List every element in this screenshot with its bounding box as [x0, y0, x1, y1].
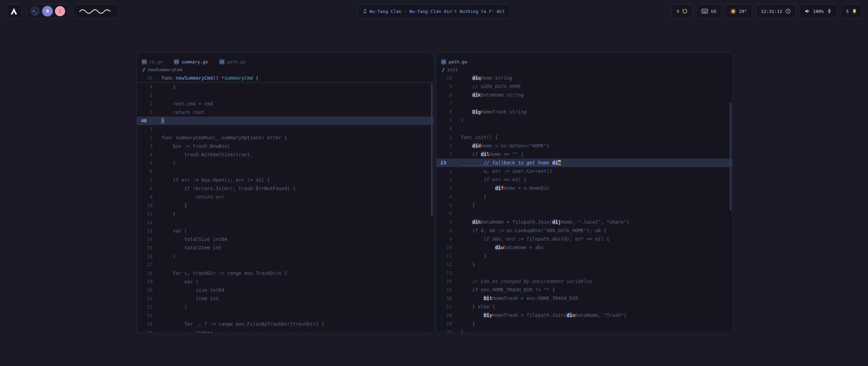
- code-line[interactable]: 6: [137, 167, 434, 176]
- code-line[interactable]: 5 ): [137, 159, 434, 167]
- launcher-button[interactable]: [6, 4, 22, 18]
- weather-widget[interactable]: 29°: [725, 4, 752, 18]
- code-line[interactable]: 4 }: [137, 83, 434, 91]
- line-text: }: [461, 201, 475, 209]
- code-line[interactable]: 3 difHome = u.HomeDir: [436, 184, 732, 192]
- window-title-pill[interactable]: [73, 4, 119, 18]
- code-line[interactable]: 1 return root: [137, 108, 434, 117]
- code-line[interactable]: 10 diqHome string: [436, 74, 732, 82]
- code-line[interactable]: 21 item int: [137, 294, 434, 303]
- keyboard-layout-widget[interactable]: US: [696, 4, 722, 18]
- line-number: 2: [137, 100, 153, 108]
- code-line[interactable]: 13: [436, 269, 732, 277]
- code-line[interactable]: 11 }: [436, 252, 732, 260]
- neovim-icon: N: [46, 9, 48, 14]
- code-line[interactable]: 16 DitHomeTrash = env.HOME_TRASH_DIR: [436, 294, 732, 303]
- code-line[interactable]: 3: [137, 91, 434, 100]
- code-line[interactable]: 8 if !errors.Is(err, trash.ErrNotFound) …: [137, 184, 434, 193]
- code-line[interactable]: 15 if env.HOME_TRASH_DIR != "" {: [436, 286, 732, 294]
- code-line[interactable]: 15 totalItem int: [137, 244, 434, 252]
- code-line[interactable]: 4 trash.WithGetSize(true),: [137, 150, 434, 159]
- code-line[interactable]: 14 // Can be changed by environment vari…: [436, 277, 732, 286]
- line-text: totalSize int64: [161, 235, 227, 244]
- code-line[interactable]: 8 dikDataHome string: [436, 91, 732, 99]
- code-line[interactable]: 6: [436, 209, 732, 218]
- code-line[interactable]: 2 didHome = os.Getenv("HOME"): [436, 142, 732, 150]
- workspace-3-music-player[interactable]: ♪: [55, 6, 65, 16]
- code-line[interactable]: 7 if err := box.Open(); err != nil {: [137, 176, 434, 184]
- context-line[interactable]: 26func newSummaryCmd() *summaryCmd {: [137, 74, 434, 83]
- code-line[interactable]: 5): [436, 116, 732, 125]
- code-line[interactable]: 18 for i, trashDir := range box.TrashDir…: [137, 269, 434, 278]
- line-number: 6: [436, 108, 452, 116]
- code-line[interactable]: 7: [436, 99, 732, 108]
- bell-icon: [852, 8, 857, 14]
- line-number: 9: [436, 235, 452, 243]
- line-text: DitHomeTrash = env.HOME_TRASH_DIR: [461, 294, 578, 303]
- code-line[interactable]: 10 diwDataHome = abs: [436, 243, 732, 252]
- code-line[interactable]: 13 var (: [137, 227, 434, 235]
- code-line[interactable]: 9 return err: [137, 193, 434, 201]
- code-line[interactable]: 9 // $XDG_DATA_HOME: [436, 82, 732, 91]
- keyboard-icon: [702, 9, 708, 14]
- code-line[interactable]: 1 if dilHome == "" {: [436, 150, 732, 159]
- clock-widget[interactable]: 12:31:12: [756, 4, 796, 18]
- code-line[interactable]: 5 }: [436, 201, 732, 209]
- workspace-2-neovim[interactable]: N: [42, 6, 53, 16]
- notifications-widget[interactable]: 5: [841, 4, 862, 18]
- code-line[interactable]: 19 }: [436, 320, 732, 328]
- music-note-icon: ♫: [363, 8, 367, 14]
- code-line[interactable]: 10 }: [137, 201, 434, 210]
- code-line[interactable]: 14 totalSize int64: [137, 235, 434, 244]
- code-line[interactable]: 25 item++: [137, 328, 434, 333]
- volume-widget[interactable]: 100%: [800, 4, 837, 18]
- line-text: if env.HOME_TRASH_DIR != "" {: [461, 286, 555, 294]
- workspace-switcher: >_N♪: [27, 4, 68, 18]
- code-line[interactable]: 17 } else {: [436, 303, 732, 311]
- tab-rm.go[interactable]: rm.go: [142, 59, 162, 64]
- tab-path.go[interactable]: path.go: [441, 59, 467, 64]
- code-line[interactable]: 12 }: [436, 260, 732, 269]
- tab-label: path.go: [227, 59, 245, 64]
- scrollbar-right[interactable]: [730, 103, 731, 210]
- code-line[interactable]: 18 DiyHomeTrash = filepath.Join(dioDataH…: [436, 311, 732, 320]
- code-line[interactable]: 16 ): [137, 252, 434, 261]
- code-line[interactable]: 3 box := trash.NewBox(: [137, 142, 434, 150]
- line-number: 14: [137, 235, 153, 244]
- code-line[interactable]: 20 size int64: [137, 286, 434, 294]
- code-line[interactable]: 23: [137, 311, 434, 320]
- code-line[interactable]: 24 for _, f := range box.FilesByTrashDir…: [137, 320, 434, 328]
- media-player-widget[interactable]: ♫ Wu-Tang Clan - Wu-Tang Clan Ain't Nuth…: [358, 4, 510, 18]
- code-line[interactable]: 2 if err == nil {: [436, 176, 732, 184]
- code-line[interactable]: 4 }: [436, 192, 732, 201]
- code-line[interactable]: 46}: [137, 117, 434, 125]
- code-line[interactable]: 11 }: [137, 210, 434, 218]
- code-line[interactable]: 8 if d, ok := os.LookupEnv("XDG_DATA_HOM…: [436, 226, 732, 235]
- line-number: 18: [436, 311, 452, 320]
- code-line[interactable]: 1 u, err := user.Current(): [436, 167, 732, 176]
- code-line[interactable]: 2func summaryCmdRun(_ summaryOptions) er…: [137, 134, 434, 142]
- code-line[interactable]: 20}: [436, 328, 732, 333]
- scrollbar-left[interactable]: [431, 83, 433, 216]
- line-number: 4: [137, 83, 153, 91]
- code-line[interactable]: 19 var (: [137, 278, 434, 286]
- line-text: dikDataHome string: [461, 91, 524, 99]
- line-number: 14: [436, 277, 452, 286]
- code-line[interactable]: 17: [137, 261, 434, 269]
- code-line[interactable]: 12: [137, 218, 434, 227]
- code-line[interactable]: 9 if abs, err := filepath.Abs(d); err ==…: [436, 235, 732, 243]
- tab-summary.go[interactable]: summary.go: [174, 59, 208, 64]
- updates-widget[interactable]: 9: [671, 4, 693, 18]
- workspace-1-terminal[interactable]: >_: [30, 6, 40, 16]
- tab-path.go[interactable]: path.go: [219, 59, 245, 64]
- line-text: return root: [161, 108, 204, 117]
- code-line[interactable]: 3func init() {: [436, 133, 732, 142]
- code-line[interactable]: 22 ): [137, 303, 434, 311]
- code-line[interactable]: 4: [436, 125, 732, 133]
- code-line[interactable]: 7 dihDataHome = filepath.Join(dijHome, "…: [436, 218, 732, 226]
- code-line[interactable]: 1: [137, 125, 434, 134]
- code-line[interactable]: 23 // fallback to get home dia: [436, 159, 732, 167]
- code-line[interactable]: 6 DigHomeTrash string: [436, 108, 732, 116]
- line-number: 17: [436, 303, 452, 311]
- code-line[interactable]: 2 root.cmd = cmd: [137, 100, 434, 108]
